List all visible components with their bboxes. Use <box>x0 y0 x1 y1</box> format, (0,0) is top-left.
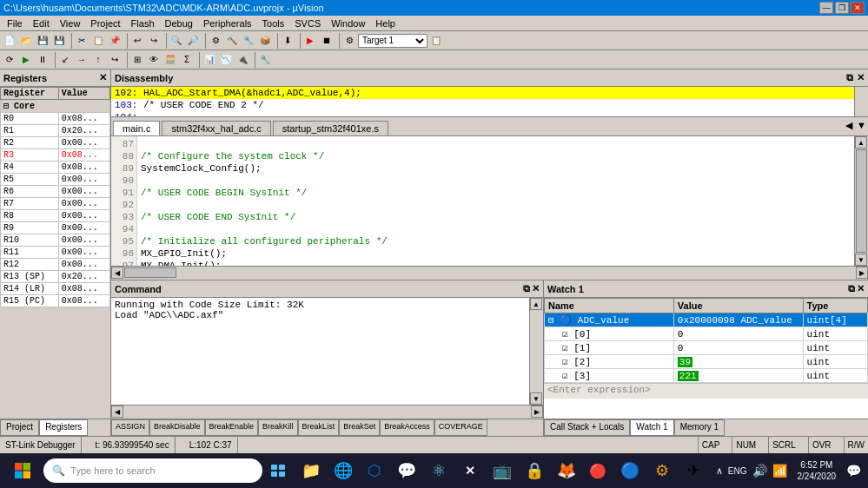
open-button[interactable]: 📂 <box>18 33 34 49</box>
cmd-tab-assign[interactable]: ASSIGN <box>111 419 149 436</box>
taskbar-vscode-icon[interactable]: ⬡ <box>360 455 390 486</box>
step-into-button[interactable]: ↙ <box>57 52 73 68</box>
watch-button[interactable]: 👁 <box>146 52 162 68</box>
memory-button[interactable]: 🧮 <box>162 52 178 68</box>
reg-row-r8[interactable]: R80x00... <box>1 210 110 222</box>
reg-row-r14--lr-[interactable]: R14 (LR)0x08... <box>1 283 110 295</box>
reg-row-r10[interactable]: R100x00... <box>1 234 110 247</box>
save-button[interactable]: 💾 <box>35 33 50 49</box>
tabs-scroll-left-button[interactable]: ◀ <box>845 120 852 131</box>
menu-item-tools[interactable]: Tools <box>257 17 290 30</box>
menu-item-debug[interactable]: Debug <box>160 17 198 30</box>
tab-hal-adc[interactable]: stm32f4xx_hal_adc.c <box>162 121 270 135</box>
hscroll-left-button[interactable]: ◀ <box>111 267 123 279</box>
hscroll-thumb[interactable] <box>124 267 176 278</box>
target-select[interactable]: Target 1 <box>358 34 427 48</box>
watch-float-icon[interactable]: ⧉ <box>848 283 855 294</box>
menu-item-peripherals[interactable]: Peripherals <box>198 17 257 30</box>
stop-button[interactable]: ⏸ <box>35 52 50 68</box>
show-dis-button[interactable]: ⊞ <box>129 52 145 68</box>
perf-button[interactable]: 📊 <box>202 52 217 68</box>
ext-button[interactable]: 🔧 <box>257 52 273 68</box>
hscroll-right-button[interactable]: ▶ <box>856 267 868 279</box>
redo-button[interactable]: ↪ <box>146 33 162 49</box>
cmd-vscroll-down[interactable]: ▼ <box>530 392 542 405</box>
build-button[interactable]: 🔨 <box>224 33 240 49</box>
manage-button[interactable]: 📋 <box>428 33 444 49</box>
code-content[interactable]: /* Configure the system clock */ SystemC… <box>137 136 854 266</box>
disasm-scrollbar[interactable] <box>854 87 868 116</box>
disassembly-float-icon[interactable]: ⧉ <box>846 72 853 83</box>
taskbar-search[interactable]: 🔍 Type here to search <box>43 458 262 483</box>
watch-tab-memory1[interactable]: Memory 1 <box>674 419 725 436</box>
logic-button[interactable]: 🔌 <box>235 52 250 68</box>
taskbar-edge-icon[interactable]: 🌐 <box>328 455 358 486</box>
command-float-icon[interactable]: ⧉ <box>523 283 530 294</box>
network-icon[interactable]: 📶 <box>772 464 787 478</box>
step-over-button[interactable]: → <box>74 52 89 68</box>
cmd-hscroll-left[interactable]: ◀ <box>111 406 123 418</box>
save-all-button[interactable]: 💾 <box>51 33 67 49</box>
cmd-tab-breakdisable[interactable]: BreakDisable <box>149 419 205 436</box>
menu-item-view[interactable]: View <box>55 17 86 30</box>
task-view-button[interactable] <box>264 455 295 486</box>
cmd-tab-breakkill[interactable]: BreakKill <box>258 419 298 436</box>
menu-item-edit[interactable]: Edit <box>28 17 55 30</box>
reset-button[interactable]: ⟳ <box>2 52 17 68</box>
step-out-button[interactable]: ↑ <box>90 52 106 68</box>
reg-row-r3[interactable]: R30x08... <box>1 149 110 162</box>
watch-tab-watch1[interactable]: Watch 1 <box>630 419 673 436</box>
reg-row-r1[interactable]: R10x20... <box>1 125 110 137</box>
show-hidden-icons-button[interactable]: ∧ <box>716 465 723 477</box>
start-button[interactable] <box>3 455 42 486</box>
watch-row-3[interactable]: ☑ [3] 221 uint <box>545 369 868 383</box>
notification-icon[interactable]: 💬 <box>846 464 861 478</box>
vscroll-thumb[interactable] <box>856 149 867 253</box>
taskbar-app6-icon[interactable]: 📺 <box>487 455 518 486</box>
download-button[interactable]: ⬇ <box>280 33 295 49</box>
cmd-vscroll-track[interactable] <box>530 310 543 392</box>
vscroll-up-button[interactable]: ▲ <box>855 136 867 148</box>
taskbar-app7-icon[interactable]: 🔒 <box>520 455 550 486</box>
copy-button[interactable]: 📋 <box>90 33 106 49</box>
taskbar-explorer-icon[interactable]: 📁 <box>296 455 327 486</box>
taskbar-app12-icon[interactable]: ✈ <box>679 455 709 486</box>
close-button[interactable]: ✕ <box>851 2 865 14</box>
menu-item-project[interactable]: Project <box>85 17 125 30</box>
cmd-hscroll-right[interactable]: ▶ <box>531 406 543 418</box>
maximize-button[interactable]: ❐ <box>835 2 849 14</box>
reg-row-r12[interactable]: R120x00... <box>1 259 110 271</box>
clock[interactable]: 6:52 PM 2/24/2020 <box>792 459 842 482</box>
menu-item-svcs[interactable]: SVCS <box>289 17 326 30</box>
reg-row-r0[interactable]: R00x08... <box>1 113 110 125</box>
taskbar-atom-icon[interactable]: ⚛ <box>423 455 454 486</box>
taskbar-x-icon[interactable]: ✕ <box>455 455 486 486</box>
cmd-tab-breakenable[interactable]: BreakEnable <box>205 419 259 436</box>
lang-icon[interactable]: ENG <box>728 466 747 476</box>
tab-startup[interactable]: startup_stm32f401xe.s <box>273 121 388 135</box>
undo-button[interactable]: ↩ <box>129 33 145 49</box>
disassembly-close-icon[interactable]: ✕ <box>857 72 865 83</box>
reg-row-r5[interactable]: R50x00... <box>1 174 110 186</box>
volume-icon[interactable]: 🔊 <box>752 464 767 478</box>
new-file-button[interactable]: 📄 <box>2 33 17 49</box>
tabs-scroll-right-button[interactable]: ▼ <box>857 120 866 130</box>
cmd-tab-breakaccess[interactable]: BreakAccess <box>380 419 434 436</box>
build-target-button[interactable]: ⚙ <box>208 33 223 49</box>
menu-item-flash[interactable]: Flash <box>126 17 160 30</box>
watch-row-adc-value[interactable]: ⊟ 🔵 ADC_value 0x20000098 ADC_value uint[… <box>545 313 868 327</box>
rebuild-button[interactable]: 🔧 <box>241 33 256 49</box>
cmd-tab-breakset[interactable]: BreakSet <box>339 419 380 436</box>
taskbar-app8-icon[interactable]: 🦊 <box>551 455 581 486</box>
vscroll-down-button[interactable]: ▼ <box>855 254 867 266</box>
trace-button[interactable]: 📉 <box>218 52 234 68</box>
batch-build-button[interactable]: 📦 <box>257 33 273 49</box>
code-vscrollbar[interactable]: ▲ ▼ <box>854 136 868 266</box>
tab-registers[interactable]: Registers <box>39 419 88 436</box>
reg-row-r13--sp-[interactable]: R13 (SP)0x20... <box>1 271 110 283</box>
watch-enter-expression[interactable]: <Enter expression> <box>544 383 868 399</box>
cmd-vscroll-up[interactable]: ▲ <box>530 298 542 310</box>
reg-row-r7[interactable]: R70x00... <box>1 198 110 210</box>
symbols-button[interactable]: Σ <box>179 52 195 68</box>
cmd-tab-breaklist[interactable]: BreakList <box>298 419 340 436</box>
